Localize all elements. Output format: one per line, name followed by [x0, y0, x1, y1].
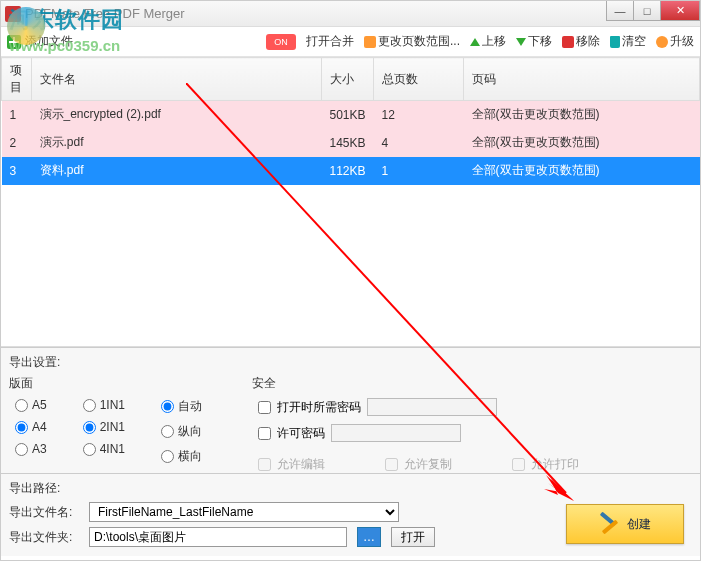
open-folder-button[interactable]: 打开 [391, 527, 435, 547]
cell-pg: 全部(双击更改页数范围) [464, 157, 700, 185]
layout-1in1-radio[interactable]: 1IN1 [83, 398, 125, 412]
export-folder-field[interactable] [89, 527, 347, 547]
allow-copy-check: 允许复制 [385, 456, 452, 473]
file-table: 项目 文件名 大小 总页数 页码 1演示_encrypted (2).pdf50… [1, 57, 700, 185]
file-table-wrap: 项目 文件名 大小 总页数 页码 1演示_encrypted (2).pdf50… [1, 57, 700, 347]
maximize-button[interactable]: □ [633, 1, 661, 21]
export-filename-select[interactable]: FirstFileName_LastFileName [89, 502, 399, 522]
table-row[interactable]: 3资料.pdf112KB1全部(双击更改页数范围) [2, 157, 700, 185]
allow-edit-check: 允许编辑 [258, 456, 325, 473]
layout-4in1-radio[interactable]: 4IN1 [83, 442, 125, 456]
merge-toggle[interactable]: ON [266, 34, 296, 50]
permission-password-check[interactable] [258, 427, 271, 440]
open-password-check[interactable] [258, 401, 271, 414]
open-merge-button[interactable]: 打开合并 [306, 33, 354, 50]
move-up-button[interactable]: 上移 [470, 33, 506, 50]
cell-idx: 1 [2, 101, 32, 129]
cell-idx: 3 [2, 157, 32, 185]
cell-size: 112KB [322, 157, 374, 185]
change-range-button[interactable]: 更改页数范围... [364, 33, 460, 50]
upgrade-icon [656, 36, 668, 48]
cell-name: 资料.pdf [32, 157, 322, 185]
size-a5-radio[interactable]: A5 [15, 398, 47, 412]
cell-pg: 全部(双击更改页数范围) [464, 129, 700, 157]
export-path-title: 导出路径: [9, 480, 692, 497]
arrow-up-icon [470, 38, 480, 46]
close-button[interactable]: ✕ [660, 1, 700, 21]
permission-password-label: 许可密码 [277, 425, 325, 442]
cell-pg: 全部(双击更改页数范围) [464, 101, 700, 129]
browse-button[interactable]: … [357, 527, 381, 547]
orient-portrait-radio[interactable]: 纵向 [161, 423, 202, 440]
settings-title: 导出设置: [9, 354, 692, 371]
cell-name: 演示_encrypted (2).pdf [32, 101, 322, 129]
export-filename-label: 导出文件名: [9, 504, 79, 521]
export-folder-label: 导出文件夹: [9, 529, 79, 546]
open-password-row: 打开时所需密码 [258, 398, 579, 416]
allow-print-check: 允许打印 [512, 456, 579, 473]
create-button[interactable]: 创建 [566, 504, 684, 544]
clear-button[interactable]: 清空 [610, 33, 646, 50]
cell-pages: 1 [374, 157, 464, 185]
export-settings: 导出设置: 版面 A5 A4 A3 1IN1 2IN1 4IN1 自动 纵向 横… [1, 347, 700, 473]
trash-icon [610, 36, 620, 48]
security-group-title: 安全 [252, 375, 579, 392]
edit-icon [364, 36, 376, 48]
orient-landscape-radio[interactable]: 横向 [161, 448, 202, 465]
create-label: 创建 [627, 516, 651, 533]
cell-pages: 4 [374, 129, 464, 157]
toolbar: 添加文件 ON 打开合并 更改页数范围... 上移 下移 移除 清空 升级 [1, 27, 700, 57]
open-password-label: 打开时所需密码 [277, 399, 361, 416]
minimize-button[interactable]: — [606, 1, 634, 21]
page-group-title: 版面 [9, 375, 202, 392]
size-a4-radio[interactable]: A4 [15, 420, 47, 434]
permission-password-field[interactable] [331, 424, 461, 442]
cell-idx: 2 [2, 129, 32, 157]
plus-icon [7, 35, 21, 49]
window-controls: — □ ✕ [607, 1, 700, 21]
size-a3-radio[interactable]: A3 [15, 442, 47, 456]
open-password-field[interactable] [367, 398, 497, 416]
col-idx[interactable]: 项目 [2, 58, 32, 101]
cell-size: 501KB [322, 101, 374, 129]
remove-button[interactable]: 移除 [562, 33, 600, 50]
title-bar: PDFMate Free PDF Merger — □ ✕ [1, 1, 700, 27]
delete-icon [562, 36, 574, 48]
permission-password-row: 许可密码 [258, 424, 579, 442]
cell-size: 145KB [322, 129, 374, 157]
upgrade-button[interactable]: 升级 [656, 33, 694, 50]
col-pg[interactable]: 页码 [464, 58, 700, 101]
col-pages[interactable]: 总页数 [374, 58, 464, 101]
tools-icon [599, 513, 621, 535]
cell-name: 演示.pdf [32, 129, 322, 157]
add-file-button[interactable]: 添加文件 [7, 33, 73, 50]
col-name[interactable]: 文件名 [32, 58, 322, 101]
orient-auto-radio[interactable]: 自动 [161, 398, 202, 415]
add-file-label: 添加文件 [25, 33, 73, 50]
app-logo-icon [5, 6, 21, 22]
layout-2in1-radio[interactable]: 2IN1 [83, 420, 125, 434]
table-row[interactable]: 2演示.pdf145KB4全部(双击更改页数范围) [2, 129, 700, 157]
cell-pages: 12 [374, 101, 464, 129]
move-down-button[interactable]: 下移 [516, 33, 552, 50]
window-title: PDFMate Free PDF Merger [25, 6, 185, 21]
col-size[interactable]: 大小 [322, 58, 374, 101]
table-row[interactable]: 1演示_encrypted (2).pdf501KB12全部(双击更改页数范围) [2, 101, 700, 129]
arrow-down-icon [516, 38, 526, 46]
